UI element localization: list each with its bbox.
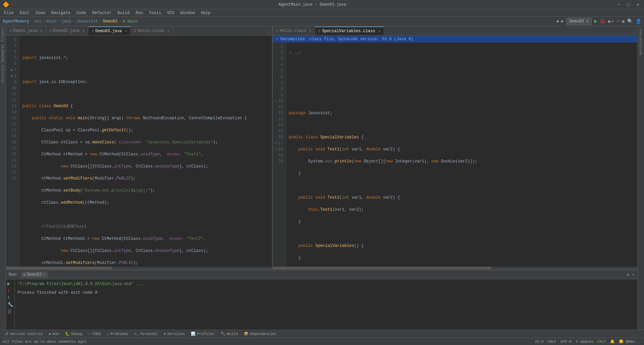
breadcrumb-branch[interactable]: ⚙ main: [123, 19, 137, 24]
tab-special-variables[interactable]: C SpecialVariables.class ✕: [315, 26, 384, 35]
sidebar-label-structure[interactable]: Structure: [0, 64, 5, 84]
run-panel-tab-demo03[interactable]: ▶ Demo03 ✕: [21, 272, 48, 278]
toolbar-problems[interactable]: ⚠ Problems: [104, 331, 131, 337]
project-name[interactable]: AgentMemory: [3, 19, 29, 24]
right-h-scrollbar[interactable]: [273, 267, 637, 269]
tab-hello-right-label: Hello.class: [280, 28, 306, 33]
run-coverage[interactable]: ▶⚡: [608, 18, 614, 24]
toolbar-version-control[interactable]: ⎇ Version Control: [1, 331, 46, 337]
close-button[interactable]: ✕: [635, 1, 641, 8]
tab-special-variables-close[interactable]: ✕: [378, 29, 380, 33]
tab-demo02[interactable]: J Demo02.java ✕: [46, 26, 88, 35]
breadcrumb-main[interactable]: main: [47, 19, 56, 24]
tab-hello-class-close[interactable]: ✕: [167, 29, 169, 33]
menu-vcs[interactable]: VCS: [164, 10, 177, 16]
run-filter-button[interactable]: ☰: [7, 309, 13, 315]
r-code-line-3: [289, 74, 635, 80]
tab-hello-class-left[interactable]: C Hello.class ✕: [131, 26, 173, 35]
run-tab-close[interactable]: ✕: [43, 273, 45, 277]
tab-demo03[interactable]: J Demo03.java ✕: [88, 26, 130, 35]
menu-window[interactable]: Window: [178, 10, 198, 16]
encoding[interactable]: UTF-8: [560, 340, 572, 344]
tab-demo03-close[interactable]: ✕: [125, 29, 127, 33]
run-panel-header: Run: ▶ Demo03 ✕ ⚙ ✕: [6, 270, 637, 279]
status-bar: All files are up-to-date (moments ago) 2…: [0, 338, 644, 345]
run-step-down-button[interactable]: ⬇: [7, 295, 13, 300]
maximize-button[interactable]: □: [625, 1, 632, 8]
tab-hello-right-icon: C: [276, 29, 278, 33]
sidebar-label-bookmarks[interactable]: Bookmarks: [0, 43, 5, 64]
breadcrumb-src[interactable]: src: [34, 19, 42, 24]
stop-button[interactable]: ◼: [622, 18, 625, 24]
run-close-icon[interactable]: ✕: [632, 272, 635, 277]
line-ending[interactable]: CRLF: [548, 340, 556, 344]
menu-refactor[interactable]: Refactor: [90, 10, 114, 16]
breadcrumb-demo03[interactable]: Demo03: [103, 19, 117, 24]
left-code-content[interactable]: import javassist.*; import java.io.IOExc…: [19, 36, 272, 267]
tab-demo02-close[interactable]: ✕: [83, 29, 85, 33]
toolbar-todo[interactable]: ✓ TODO: [86, 331, 103, 337]
menu-view[interactable]: View: [33, 10, 48, 16]
notifications-label[interactable]: Notifications: [638, 27, 643, 56]
toolbar-dependencies[interactable]: 📦 Dependencies: [241, 331, 279, 337]
run-stop-button[interactable]: ⬆: [7, 288, 13, 293]
menu-tools[interactable]: Tools: [146, 10, 164, 16]
code-line-3: import javassist.*;: [22, 55, 269, 61]
run-panel: Run: ▶ Demo03 ✕ ⚙ ✕ ▶ ⬆ ⬇ 🔧 ☰: [6, 269, 637, 330]
menu-run[interactable]: Run: [133, 10, 146, 16]
toolbar-terminal[interactable]: >_ Terminal: [131, 331, 160, 337]
left-tab-actions[interactable]: ⋮: [267, 30, 272, 35]
tab-hello-right-close[interactable]: ✕: [309, 29, 311, 33]
indent[interactable]: 4 spaces: [576, 340, 593, 344]
r-code-line-10: System.out.println(new Object[]{new Inte…: [289, 158, 635, 164]
left-code-editor[interactable]: 2 3 4 5 6 ▶ 7 ▶ 8 9: [6, 36, 272, 267]
toolbar-run[interactable]: ▶ Run: [46, 331, 62, 337]
cursor-position[interactable]: 25:6: [535, 340, 543, 344]
git-status[interactable]: CRLF: [597, 340, 606, 344]
dependencies-icon: 📦: [244, 332, 249, 336]
tab-demo03-icon: J: [92, 29, 94, 33]
menu-file[interactable]: File: [1, 10, 16, 16]
menu-build[interactable]: Build: [115, 10, 132, 16]
toolbar-profiler[interactable]: 📊 Profiler: [188, 331, 217, 337]
menu-help[interactable]: Help: [198, 10, 213, 16]
tab-demo1[interactable]: J Demo1.java ✕: [6, 26, 46, 35]
tab-special-variables-label: SpecialVariables.class: [322, 29, 375, 33]
left-h-scrollbar[interactable]: [6, 267, 272, 269]
code-line-14: ctMethod.setBody("System.out.println($ar…: [22, 188, 269, 194]
nav-forward[interactable]: ▶: [561, 19, 564, 24]
toolbar-build[interactable]: 🔨 Build: [218, 331, 240, 337]
sidebar-label-project[interactable]: Project: [0, 26, 5, 43]
run-restart-button[interactable]: ▶: [7, 281, 13, 286]
bottom-toolbar: ⎇ Version Control ▶ Run 🐛 Debug ✓ TODO ⚠…: [0, 330, 644, 338]
breadcrumb-javassist[interactable]: Javassist: [76, 19, 98, 24]
nav-back[interactable]: ◀: [556, 19, 558, 24]
toolbar-services[interactable]: ⚙ Services: [161, 331, 187, 337]
notification-icon[interactable]: 🔔: [610, 339, 615, 344]
app-icon: 🔶: [3, 1, 9, 8]
r-code-line-13: public void Test2(int var1, double var2)…: [289, 195, 635, 201]
right-code-content[interactable]: /.../ package Javassist; public class Sp…: [286, 43, 637, 267]
run-tool-icon[interactable]: 🔧: [7, 302, 13, 307]
user-icon[interactable]: 👤: [636, 18, 641, 24]
search-button[interactable]: 🔍: [627, 18, 633, 24]
right-tab-actions[interactable]: ⋮: [632, 30, 637, 35]
menu-navigate[interactable]: Navigate: [48, 10, 73, 16]
toolbar-debug[interactable]: 🐛 Debug: [62, 331, 85, 337]
run-toolbar: ▶ ⬆ ⬇ 🔧 ☰: [6, 279, 15, 330]
run-button[interactable]: ▶: [594, 18, 597, 24]
debug-button[interactable]: 🐞: [600, 18, 605, 24]
code-line-5: import java.io.IOException;: [22, 79, 269, 85]
run-settings-icon[interactable]: ⚙: [627, 272, 629, 277]
run-config-selector[interactable]: Demo03 ▾: [566, 18, 592, 25]
minimize-button[interactable]: ─: [615, 1, 622, 8]
right-tab-bar: C Hello.class ✕ C SpecialVariables.class…: [273, 26, 637, 36]
tab-hello-class-right[interactable]: C Hello.class ✕: [273, 26, 315, 35]
breadcrumb-java[interactable]: java: [61, 19, 71, 24]
right-code-editor[interactable]: 1 2 3 4 5 6 7 8 9 ▶ 10 11: [273, 43, 637, 267]
tab-demo1-close[interactable]: ✕: [40, 29, 42, 33]
menu-code[interactable]: Code: [74, 10, 89, 16]
menu-edit[interactable]: Edit: [17, 10, 32, 16]
more-actions[interactable]: ⋯: [616, 19, 619, 24]
title-bar: 🔶 AgentMain.java - Demo03.java ─ □ ✕: [0, 0, 644, 9]
